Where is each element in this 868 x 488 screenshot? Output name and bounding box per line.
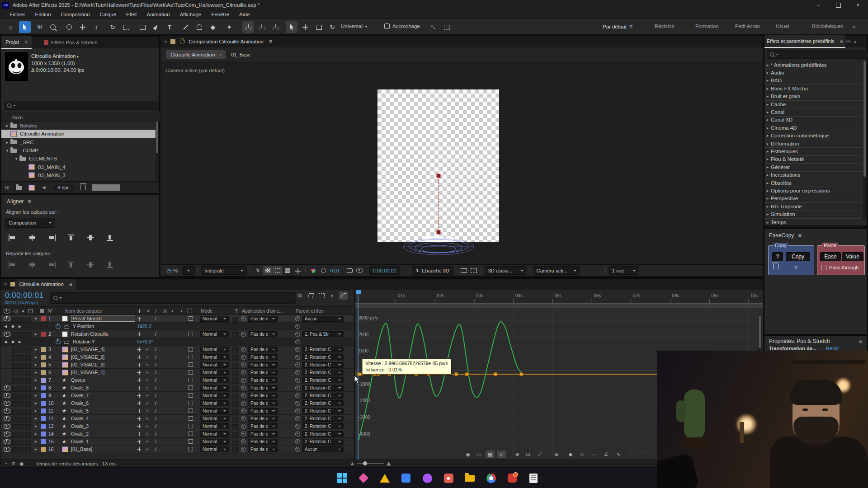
toggle-switches-icon[interactable]: ◔ [4,460,7,467]
tab-timeline-comp[interactable]: Citrouille Animation≡ [15,279,76,290]
parent-pickwhip-icon[interactable] [295,361,300,368]
layer-row-6[interactable]: ▸6[02_VISAGE_1]☀/NormalPas de c2. Rotati… [0,369,354,376]
minimize-button[interactable]: – [808,0,828,10]
label-color-chip[interactable] [41,369,46,376]
toggle-box[interactable] [232,447,238,454]
parent-dropdown[interactable]: 2. Rotation C [302,385,344,391]
parent-pickwhip-icon[interactable] [295,330,300,338]
layer-row-5[interactable]: ▸5[02_VISAGE_2]☀/NormalPas de c2. Rotati… [0,361,354,369]
trkmat-pickwhip-icon[interactable] [241,330,246,338]
quality-switch-icon[interactable]: / [155,392,156,399]
layer-twirl-icon[interactable]: ▸ [35,369,37,376]
distribute-3[interactable] [47,262,56,268]
parent-dropdown[interactable]: Aucun [302,446,344,452]
twirl-icon[interactable]: ▸ [764,212,771,216]
trkmat-dropdown[interactable]: Pas de c [248,431,278,437]
bit-depth-button[interactable]: 8 bpc [53,184,74,191]
hold-icon[interactable]: ⌐ [590,450,599,458]
mode-dropdown[interactable]: Normal [200,400,229,406]
project-item-elements[interactable]: ▾ELEMENTS [1,155,167,163]
quality-switch-icon[interactable]: / [155,330,156,338]
anchor-switch-icon[interactable] [137,446,141,453]
tab-effects-presets[interactable]: Effets et paramètres prédéfinis≡ [764,35,845,48]
anchor-switch-icon[interactable] [137,399,141,407]
parent-pickwhip-icon[interactable] [295,346,300,353]
effects-scrollbar[interactable] [863,61,867,220]
trkmat-dropdown[interactable]: Pas de c [248,354,278,360]
twirl-icon[interactable]: ▸ [764,133,771,138]
fx-category-13[interactable]: ▸Flou & Netteté [764,155,862,164]
fx-category-3[interactable]: ▸BAO [764,77,862,85]
panel-menu-icon[interactable]: ≡ [69,281,72,287]
align-right[interactable] [47,235,56,241]
anchor-switch-icon[interactable] [137,361,141,368]
mode-dropdown[interactable]: Normal [200,331,229,337]
anchor-switch-icon[interactable] [137,430,141,437]
anchor-switch-icon[interactable] [137,384,141,391]
graph-editor-icon[interactable] [339,291,348,300]
twirl-icon[interactable]: ▸ [764,149,771,154]
local-axis-mode[interactable] [242,21,254,33]
twirl-icon[interactable]: ▸ [764,86,771,91]
menu-edition[interactable]: Edition [30,12,56,17]
layer-row-7[interactable]: ▸7★Queue☀/NormalPas de c2. Rotation C [0,376,354,384]
world-axis-mode[interactable] [256,21,268,33]
brush-tool[interactable] [180,21,192,33]
layer-name[interactable]: Queue [71,376,134,384]
selection-tool[interactable] [19,21,31,33]
shy-switch-icon[interactable]: ☀ [145,407,149,414]
fit-all-icon[interactable]: ⤢ [535,450,544,458]
layer-twirl-icon[interactable]: ▾ [35,315,37,322]
parent-dropdown[interactable]: 2. Rotation C [302,377,344,383]
panel-menu-icon[interactable]: ≡ [28,198,31,205]
text-tool[interactable]: T [164,21,175,33]
pen-tool[interactable] [150,21,162,33]
layer-name[interactable]: Ovale_3 [71,422,134,430]
layer-twirl-icon[interactable]: ▸ [35,353,37,361]
twirl-icon[interactable]: ▸ [4,140,10,145]
gizmo-rotate-tool[interactable]: ↻ [326,21,338,33]
panel-menu-icon[interactable]: ≡ [269,38,272,45]
quality-switch-icon[interactable]: / [155,376,156,384]
panel-overflow[interactable]: » [854,39,857,44]
layer-name[interactable]: [02_VISAGE_2] [71,361,134,368]
universal-mode-label[interactable]: Universal [341,23,368,29]
fit-selection-icon[interactable]: ⊡ [524,450,533,458]
label-color-chip[interactable] [41,399,46,407]
twirl-icon[interactable]: ▸ [764,196,771,201]
eye-icon[interactable] [4,407,10,414]
eye-icon[interactable] [4,422,10,430]
add-keyframe-icon[interactable]: ◆ [566,450,575,458]
zoom-level[interactable]: 25 % [166,268,178,273]
layer-name[interactable]: Ovale_8 [71,384,134,391]
project-item-03-main-3[interactable]: 03_MAIN_3 [1,171,176,179]
col-mode[interactable]: Mode [201,307,212,315]
anchor-switch-icon[interactable] [137,346,141,353]
add-keyframe-icon[interactable]: ◆ [11,338,14,345]
parent-pickwhip-icon[interactable] [295,430,300,437]
trkmat-pickwhip-icon[interactable] [241,369,246,376]
clear-copied-icon[interactable] [773,264,778,270]
linear-icon[interactable]: ∠ [602,450,611,458]
eye-icon[interactable] [4,330,10,338]
3d-switch-icon[interactable] [189,446,193,453]
parent-dropdown[interactable]: 2. Rotation C [302,370,344,375]
distribute-5[interactable] [86,262,94,268]
paste-value-button[interactable]: Value [842,252,863,261]
layer-row-16[interactable]: ▸16[01_Base]☀/NormalPas de cAucun [0,446,354,453]
maximize-button[interactable] [828,0,848,10]
twirl-icon[interactable]: ▸ [764,141,771,146]
layer-name[interactable]: Ovale_2 [71,430,134,437]
app-blue-square[interactable] [399,471,413,485]
project-item-citrouille-animation[interactable]: Citrouille Animation [1,130,158,138]
trkmat-pickwhip-icon[interactable] [241,346,246,353]
clone-stamp-tool[interactable] [193,21,205,33]
trkmat-dropdown[interactable]: Pas de c [248,347,278,352]
anchor-switch-icon[interactable] [137,315,141,322]
draft-3d-button[interactable]: ↯Ebauche 3D [412,266,453,275]
stopwatch-icon[interactable] [56,323,61,330]
label-color-chip[interactable] [41,384,46,391]
gizmo-scale-tool[interactable] [313,21,325,33]
parent-dropdown[interactable]: 2. Rotation C [302,393,344,399]
col-trkmat[interactable]: Application d'un c... [242,307,283,315]
